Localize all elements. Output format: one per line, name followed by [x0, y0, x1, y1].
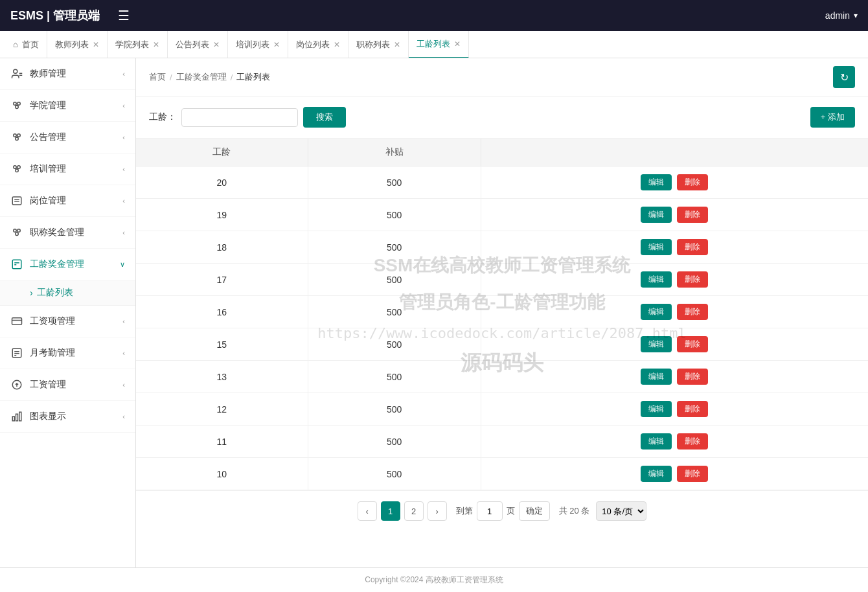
- salary-icon: [10, 378, 23, 391]
- sidebar-seniority-award-label: 工龄奖金管理: [30, 258, 84, 270]
- cell-seniority: 12: [136, 393, 308, 426]
- sidebar-position-label: 岗位管理: [30, 195, 66, 207]
- sidebar-item-salary[interactable]: 工资管理 ‹: [0, 369, 135, 401]
- table-header-row: 工龄 补贴: [136, 139, 868, 166]
- notice-icon: [10, 131, 23, 144]
- tab-notice-list[interactable]: 公告列表 ✕: [168, 31, 228, 58]
- delete-button[interactable]: 删除: [677, 369, 708, 385]
- username: admin: [825, 10, 850, 21]
- sidebar-salary-item-chevron-icon: ‹: [122, 317, 125, 325]
- breadcrumb: 首页 / 工龄奖金管理 / 工龄列表 ↻: [136, 58, 868, 97]
- svg-point-23: [16, 233, 19, 236]
- tab-home[interactable]: ⌂ 首页: [5, 31, 47, 58]
- refresh-button[interactable]: ↻: [833, 66, 855, 88]
- page-2-button[interactable]: 2: [404, 501, 424, 521]
- cell-seniority: 18: [136, 231, 308, 264]
- svg-point-21: [14, 229, 17, 233]
- edit-button[interactable]: 编辑: [641, 433, 672, 450]
- tab-position-list[interactable]: 岗位列表 ✕: [288, 31, 348, 58]
- sidebar-item-teacher[interactable]: 教师管理 ‹: [0, 58, 135, 90]
- page-1-button[interactable]: 1: [381, 501, 400, 521]
- sidebar-item-position[interactable]: 岗位管理 ‹: [0, 185, 135, 217]
- user-chevron-icon: ▾: [854, 11, 858, 20]
- sidebar-title-award-label: 职称奖金管理: [30, 227, 84, 238]
- delete-button[interactable]: 删除: [677, 336, 708, 352]
- sidebar-item-title-award[interactable]: 职称奖金管理 ‹: [0, 217, 135, 249]
- table-row: 20 500 编辑 删除: [136, 166, 868, 199]
- cell-subsidy: 500: [308, 426, 481, 458]
- tab-home-label: 首页: [22, 39, 39, 51]
- next-page-button[interactable]: ›: [428, 501, 447, 521]
- tab-position-list-label: 岗位列表: [296, 39, 330, 51]
- tab-seniority-list[interactable]: 工龄列表 ✕: [409, 31, 469, 58]
- edit-button[interactable]: 编辑: [641, 239, 672, 255]
- sidebar-item-notice[interactable]: 公告管理 ‹: [0, 122, 135, 154]
- footer: Copyright ©2024 高校教师工资管理系统: [0, 567, 868, 592]
- cell-subsidy: 500: [308, 458, 481, 490]
- edit-button[interactable]: 编辑: [641, 207, 672, 223]
- page-confirm-button[interactable]: 确定: [519, 501, 550, 521]
- delete-button[interactable]: 删除: [677, 433, 708, 450]
- breadcrumb-seniority-award[interactable]: 工龄奖金管理: [176, 71, 227, 83]
- sidebar-item-train[interactable]: 培训管理 ‹: [0, 154, 135, 185]
- tab-train-list[interactable]: 培训列表 ✕: [228, 31, 288, 58]
- user-menu[interactable]: admin ▾: [825, 10, 858, 21]
- table-row: 10 500 编辑 删除: [136, 458, 868, 490]
- tab-seniority-list-label: 工龄列表: [417, 38, 450, 50]
- edit-button[interactable]: 编辑: [641, 271, 672, 288]
- cell-actions: 编辑 删除: [481, 166, 868, 199]
- pagination: ‹ 1 2 › 到第 页 确定 共 20 条 10 条/页 20 条/页 50 …: [136, 490, 868, 531]
- tab-title-list-close-icon[interactable]: ✕: [394, 40, 400, 49]
- delete-button[interactable]: 删除: [677, 466, 708, 482]
- sidebar-item-seniority-award[interactable]: 工龄奖金管理 ∨: [0, 249, 135, 280]
- edit-button[interactable]: 编辑: [641, 401, 672, 417]
- cell-seniority: 17: [136, 264, 308, 296]
- goto-input[interactable]: [477, 501, 503, 521]
- delete-button[interactable]: 删除: [677, 207, 708, 223]
- tab-notice-list-close-icon[interactable]: ✕: [213, 40, 220, 49]
- sidebar-item-college[interactable]: 学院管理 ‹: [0, 90, 135, 122]
- tab-college-list-close-icon[interactable]: ✕: [153, 40, 159, 49]
- page-size-select[interactable]: 10 条/页 20 条/页 50 条/页: [596, 501, 646, 521]
- tab-teacher-list[interactable]: 教师列表 ✕: [47, 31, 108, 58]
- tab-title-list-label: 职称列表: [356, 39, 390, 51]
- delete-button[interactable]: 删除: [677, 271, 708, 288]
- delete-button[interactable]: 删除: [677, 174, 708, 190]
- svg-line-6: [15, 105, 17, 106]
- svg-line-17: [17, 168, 19, 169]
- search-label: 工龄：: [149, 111, 176, 123]
- search-input[interactable]: [181, 108, 298, 127]
- tab-train-list-close-icon[interactable]: ✕: [273, 40, 280, 49]
- search-button[interactable]: 搜索: [303, 107, 346, 128]
- edit-button[interactable]: 编辑: [641, 336, 672, 352]
- menu-icon[interactable]: ☰: [118, 8, 130, 23]
- add-button[interactable]: + 添加: [810, 107, 855, 128]
- tab-bar: ⌂ 首页 教师列表 ✕ 学院列表 ✕ 公告列表 ✕ 培训列表 ✕ 岗位列表 ✕ …: [0, 31, 868, 58]
- edit-button[interactable]: 编辑: [641, 466, 672, 482]
- breadcrumb-home[interactable]: 首页: [149, 71, 166, 83]
- edit-button[interactable]: 编辑: [641, 304, 672, 320]
- tab-college-list[interactable]: 学院列表 ✕: [108, 31, 168, 58]
- sidebar-item-salary-item[interactable]: 工资项管理 ‹: [0, 306, 135, 337]
- svg-point-13: [14, 166, 17, 169]
- cell-subsidy: 500: [308, 264, 481, 296]
- data-table: 工龄 补贴 20 500 编辑 删除 19 500 编辑 删除: [136, 139, 868, 490]
- cell-seniority: 11: [136, 426, 308, 458]
- edit-button[interactable]: 编辑: [641, 174, 672, 190]
- tab-seniority-list-close-icon[interactable]: ✕: [454, 40, 461, 49]
- sidebar-item-chart[interactable]: 图表显示 ‹: [0, 401, 135, 433]
- footer-label: Copyright ©2024 高校教师工资管理系统: [365, 575, 503, 584]
- edit-button[interactable]: 编辑: [641, 369, 672, 385]
- tab-title-list[interactable]: 职称列表 ✕: [348, 31, 409, 58]
- tab-teacher-list-close-icon[interactable]: ✕: [93, 40, 99, 49]
- search-left: 工龄： 搜索: [149, 107, 346, 128]
- sidebar-item-attendance[interactable]: 月考勤管理 ‹: [0, 337, 135, 369]
- sidebar: 教师管理 ‹ 学院管理 ‹: [0, 58, 136, 567]
- sidebar-sub-item-seniority-list[interactable]: › 工龄列表: [0, 280, 135, 306]
- tab-position-list-close-icon[interactable]: ✕: [334, 40, 340, 49]
- delete-button[interactable]: 删除: [677, 304, 708, 320]
- svg-point-10: [16, 137, 19, 141]
- delete-button[interactable]: 删除: [677, 239, 708, 255]
- prev-page-button[interactable]: ‹: [358, 501, 377, 521]
- delete-button[interactable]: 删除: [677, 401, 708, 417]
